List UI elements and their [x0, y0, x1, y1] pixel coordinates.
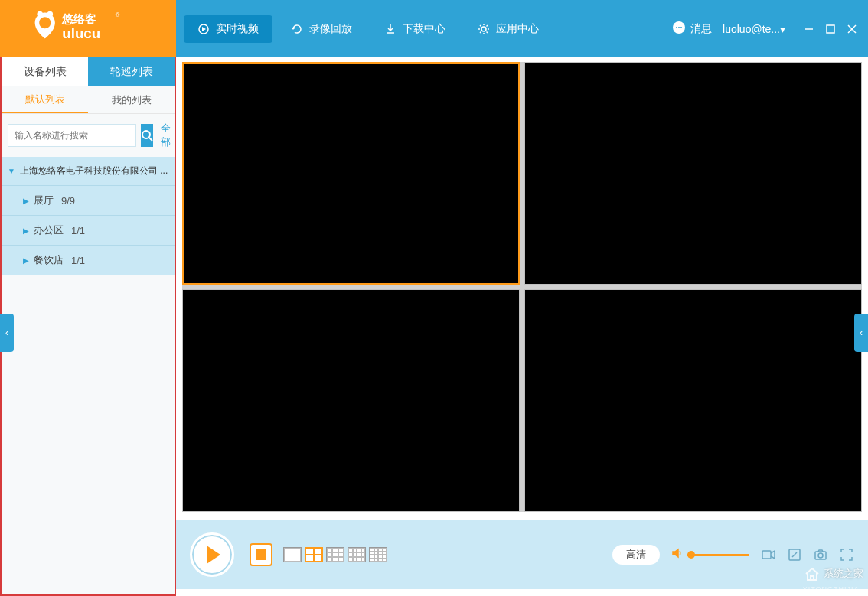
refresh-icon: [291, 23, 303, 35]
sidebar: 设备列表 轮巡列表 默认列表 我的列表 全部 ▼ 上海悠络客电子科技股份有限公司…: [0, 57, 176, 596]
minimize-button[interactable]: [802, 22, 816, 36]
svg-point-20: [818, 553, 823, 558]
nav-playback[interactable]: 录像回放: [277, 15, 366, 43]
svg-point-1: [47, 11, 54, 18]
window-controls: [802, 22, 859, 36]
logo: 悠络客 ulucu ®: [0, 0, 176, 57]
svg-rect-12: [827, 25, 834, 33]
tree-item-label: 办公区: [34, 223, 64, 237]
house-icon: [804, 565, 821, 582]
stop-button[interactable]: [250, 543, 272, 566]
search-icon: [141, 129, 153, 142]
svg-point-9: [678, 27, 680, 28]
layout-selector: [283, 547, 387, 562]
volume-slider[interactable]: [687, 554, 749, 556]
tab-device-list[interactable]: 设备列表: [2, 57, 88, 86]
watermark-text: 系统之家: [824, 567, 863, 581]
volume-control[interactable]: [671, 547, 749, 562]
tool-icons: [761, 547, 854, 562]
video-grid-area: [176, 57, 868, 516]
tree-root-label: 上海悠络客电子科技股份有限公司 ...: [20, 164, 168, 177]
edit-button[interactable]: [787, 547, 802, 562]
sidebar-tabs: 设备列表 轮巡列表: [2, 57, 175, 86]
nav-label: 录像回放: [309, 22, 352, 36]
nav: 实时视频 录像回放 下载中心 应用中心: [176, 0, 672, 57]
fullscreen-button[interactable]: [839, 547, 854, 562]
tree-item[interactable]: ▶ 展厅 9/9: [2, 186, 175, 216]
account-label: luoluo@te...▾: [723, 23, 785, 35]
layout-12[interactable]: [348, 547, 366, 562]
record-button[interactable]: [761, 547, 776, 562]
close-button[interactable]: [845, 22, 859, 36]
all-button[interactable]: 全部: [158, 122, 174, 149]
speaker-icon: [671, 547, 683, 562]
search-row: 全部: [2, 114, 175, 157]
playback-bar: 高清: [176, 520, 868, 589]
nav-live-video[interactable]: 实时视频: [184, 15, 272, 43]
header: 悠络客 ulucu ® 实时视频 录像回放 下载中心 应用中心 消息: [0, 0, 868, 57]
nav-label: 实时视频: [216, 22, 259, 36]
layout-16[interactable]: [369, 547, 387, 562]
svg-rect-17: [762, 551, 771, 559]
layout-9[interactable]: [326, 547, 344, 562]
video-cell-1[interactable]: [182, 62, 520, 285]
svg-point-8: [676, 27, 677, 28]
snapshot-button[interactable]: [813, 547, 828, 562]
video-grid: [182, 62, 862, 512]
tree-root[interactable]: ▼ 上海悠络客电子科技股份有限公司 ...: [2, 157, 175, 186]
gear-icon: [478, 23, 490, 35]
tab-patrol-list[interactable]: 轮巡列表: [88, 57, 175, 86]
tree-item[interactable]: ▶ 餐饮店 1/1: [2, 246, 175, 275]
svg-point-15: [142, 131, 150, 138]
svg-point-0: [37, 11, 43, 18]
msg-label: 消息: [690, 22, 712, 36]
nav-download[interactable]: 下载中心: [370, 15, 459, 43]
video-cell-3[interactable]: [182, 289, 520, 512]
layout-4[interactable]: [305, 547, 323, 562]
monitor-icon: [197, 23, 210, 35]
collapse-left-button[interactable]: ‹: [0, 314, 14, 352]
maximize-button[interactable]: [824, 22, 837, 36]
tree-item-count: 9/9: [61, 195, 75, 207]
chevron-left-icon: ‹: [860, 327, 863, 338]
search-input[interactable]: [8, 124, 136, 147]
quality-button[interactable]: 高清: [612, 545, 660, 565]
search-button[interactable]: [141, 124, 153, 147]
header-right: 消息 luoluo@te...▾: [672, 0, 868, 57]
tree-item-count: 1/1: [71, 225, 85, 236]
nav-apps[interactable]: 应用中心: [464, 15, 553, 43]
caret-right-icon: ▶: [23, 256, 29, 265]
watermark: 系统之家: [804, 565, 863, 582]
svg-text:ulucu: ulucu: [62, 26, 100, 42]
sidebar-subtabs: 默认列表 我的列表: [2, 86, 175, 114]
caret-right-icon: ▶: [23, 197, 29, 205]
play-button[interactable]: [190, 532, 234, 577]
svg-point-6: [481, 27, 486, 31]
chat-icon: [672, 21, 686, 37]
svg-point-10: [680, 27, 682, 28]
download-icon: [384, 23, 396, 35]
play-icon: [207, 546, 220, 564]
watermark-sub: XITONGZHIJIA.: [803, 585, 862, 593]
svg-text:®: ®: [116, 12, 120, 19]
video-cell-2[interactable]: [524, 62, 862, 285]
account-menu[interactable]: luoluo@te...▾: [723, 23, 785, 35]
subtab-default[interactable]: 默认列表: [2, 86, 88, 113]
stop-icon: [256, 549, 266, 560]
messages-button[interactable]: 消息: [672, 21, 712, 37]
tree-item-count: 1/1: [71, 255, 85, 266]
volume-thumb[interactable]: [687, 551, 695, 559]
nav-label: 应用中心: [496, 22, 539, 36]
device-tree: ▼ 上海悠络客电子科技股份有限公司 ... ▶ 展厅 9/9 ▶ 办公区 1/1…: [2, 157, 175, 275]
caret-down-icon: ▼: [8, 167, 15, 175]
subtab-mine[interactable]: 我的列表: [88, 86, 175, 113]
svg-line-16: [149, 138, 152, 141]
layout-1[interactable]: [283, 547, 302, 562]
tree-item[interactable]: ▶ 办公区 1/1: [2, 216, 175, 246]
collapse-right-button[interactable]: ‹: [854, 314, 868, 352]
caret-right-icon: ▶: [23, 226, 29, 235]
logo-svg: 悠络客 ulucu ®: [31, 7, 145, 50]
video-cell-4[interactable]: [524, 289, 862, 512]
tree-item-label: 展厅: [34, 194, 54, 207]
svg-text:悠络客: 悠络客: [61, 12, 96, 25]
